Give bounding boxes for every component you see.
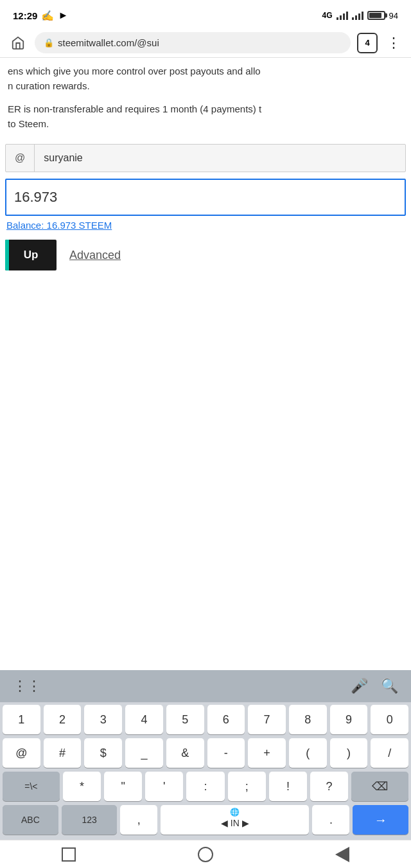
username-row: @ suryanie — [5, 144, 406, 172]
power-up-button[interactable]: Up — [5, 240, 57, 270]
key-underscore[interactable]: _ — [125, 738, 163, 768]
key-6[interactable]: 6 — [207, 705, 245, 734]
row3: =\< * " ' : ; ! ? ⌫ — [3, 772, 408, 801]
symbol-row: @ # $ _ & - + ( ) / — [3, 738, 408, 768]
desc-line2: n curation rewards. — [8, 79, 403, 94]
status-bar: 12:29 ✍ ► 4G 94 — [0, 0, 411, 28]
keyboard-rows: 1 2 3 4 5 6 7 8 9 0 @ # $ _ & - + ( ) / … — [0, 702, 411, 835]
key-ampersand[interactable]: & — [166, 738, 204, 768]
search-icon[interactable]: 🔍 — [381, 678, 398, 695]
key-open-paren[interactable]: ( — [289, 738, 327, 768]
description-text: ens which give you more control over pos… — [5, 58, 406, 96]
row4: ABC 123 , 🌐 ◀ IN ▶ . → — [3, 805, 408, 835]
key-enter[interactable]: → — [353, 805, 408, 835]
key-dollar[interactable]: $ — [84, 738, 122, 768]
at-symbol: @ — [6, 145, 35, 172]
status-right: 4G 94 — [322, 11, 398, 21]
key-quote-double[interactable]: " — [104, 772, 142, 801]
key-123[interactable]: 123 — [62, 805, 118, 835]
description-text-2: ER is non-transferable and requires 1 mo… — [5, 96, 406, 134]
key-hash[interactable]: # — [44, 738, 82, 768]
form-section: @ suryanie 16.973 Balance: 16.973 STEEM … — [5, 144, 406, 270]
menu-button[interactable]: ⋮ — [384, 35, 403, 51]
amount-input[interactable]: 16.973 — [5, 179, 406, 216]
balance-display: Balance: 16.973 STEEM — [5, 220, 406, 231]
key-7[interactable]: 7 — [248, 705, 286, 734]
message-icon: ✍ — [41, 10, 54, 22]
spacer — [0, 283, 411, 315]
battery-percent: 94 — [389, 11, 398, 21]
key-semicolon[interactable]: ; — [228, 772, 266, 801]
kb-toolbar-left: ⋮⋮ — [13, 678, 41, 695]
key-5[interactable]: 5 — [166, 705, 204, 734]
key-colon[interactable]: : — [186, 772, 224, 801]
nav-back-button[interactable] — [323, 846, 362, 864]
keyboard-grid-icon[interactable]: ⋮⋮ — [13, 678, 41, 695]
key-exclaim[interactable]: ! — [269, 772, 307, 801]
keyboard-toolbar: ⋮⋮ 🎤 🔍 — [0, 670, 411, 702]
bottom-nav — [0, 840, 411, 868]
tab-count-button[interactable]: 4 — [357, 33, 378, 53]
lock-icon: 🔒 — [44, 38, 54, 48]
action-row: Up Advanced — [5, 240, 406, 270]
microphone-icon[interactable]: 🎤 — [351, 678, 368, 695]
network-4g: 4G — [322, 11, 333, 20]
key-3[interactable]: 3 — [84, 705, 122, 734]
key-0[interactable]: 0 — [371, 705, 408, 734]
url-text: steemitwallet.com/@sui — [58, 37, 159, 48]
key-close-paren[interactable]: ) — [330, 738, 368, 768]
nav-square-button[interactable] — [49, 846, 88, 864]
key-1[interactable]: 1 — [3, 705, 40, 734]
square-icon — [62, 847, 76, 862]
key-plus[interactable]: + — [248, 738, 286, 768]
circle-icon — [198, 847, 213, 862]
key-comma[interactable]: , — [120, 805, 157, 835]
key-asterisk[interactable]: * — [63, 772, 101, 801]
home-button[interactable] — [8, 33, 28, 53]
battery-indicator — [367, 11, 385, 20]
number-row: 1 2 3 4 5 6 7 8 9 0 — [3, 705, 408, 734]
kb-toolbar-right: 🎤 🔍 — [351, 678, 398, 695]
key-8[interactable]: 8 — [289, 705, 327, 734]
desc-line1: ens which give you more control over pos… — [8, 64, 403, 79]
nav-home-button[interactable] — [186, 846, 225, 864]
key-symbols-switch[interactable]: =\< — [3, 772, 60, 801]
location-icon: ► — [58, 10, 68, 21]
key-slash[interactable]: / — [371, 738, 408, 768]
time-display: 12:29 — [13, 10, 37, 21]
key-backspace[interactable]: ⌫ — [351, 772, 408, 801]
url-bar: 🔒 steemitwallet.com/@sui 4 ⋮ — [0, 28, 411, 58]
key-9[interactable]: 9 — [330, 705, 368, 734]
url-field[interactable]: 🔒 steemitwallet.com/@sui — [35, 32, 351, 53]
key-at[interactable]: @ — [3, 738, 40, 768]
desc-line4: to Steem. — [8, 117, 403, 132]
signal-bars-1 — [337, 12, 348, 20]
page-content: ens which give you more control over pos… — [0, 58, 411, 270]
advanced-link[interactable]: Advanced — [69, 249, 121, 262]
status-left: 12:29 ✍ ► — [13, 10, 68, 22]
desc-line3: ER is non-transferable and requires 1 mo… — [8, 102, 403, 117]
triangle-icon — [335, 847, 349, 862]
username-value: suryanie — [35, 145, 91, 172]
key-2[interactable]: 2 — [44, 705, 82, 734]
keyboard-area: ⋮⋮ 🎤 🔍 1 2 3 4 5 6 7 8 9 0 @ # $ _ & - — [0, 670, 411, 840]
key-minus[interactable]: - — [207, 738, 245, 768]
key-period[interactable]: . — [312, 805, 349, 835]
key-question[interactable]: ? — [310, 772, 348, 801]
key-abc[interactable]: ABC — [3, 805, 58, 835]
key-space[interactable]: 🌐 ◀ IN ▶ — [161, 805, 309, 835]
key-4[interactable]: 4 — [125, 705, 163, 734]
signal-bars-2 — [352, 12, 363, 20]
key-quote-single[interactable]: ' — [145, 772, 183, 801]
